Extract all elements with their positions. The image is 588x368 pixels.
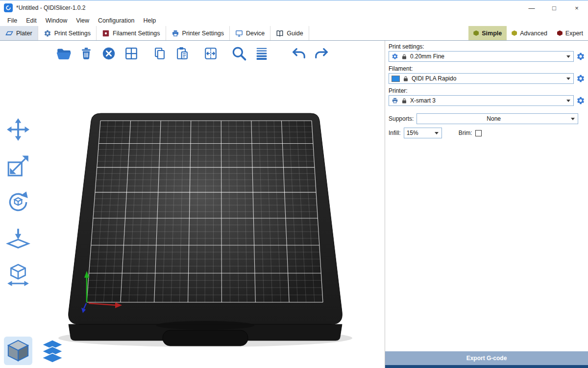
rotate-button[interactable]: [4, 188, 32, 216]
redo-icon: [314, 46, 329, 61]
tab-bar: Plater Print Settings Filament Settings …: [0, 26, 588, 41]
print-settings-value: 0.20mm Fine: [410, 53, 564, 60]
simple-mode-hexagon-icon: [473, 30, 479, 36]
filament-color-swatch: [392, 76, 400, 82]
menu-view[interactable]: View: [72, 16, 94, 26]
menu-configuration[interactable]: Configuration: [94, 16, 139, 26]
layer-height-icon: [254, 46, 269, 61]
export-progress-strip: [385, 365, 588, 368]
tab-print-settings[interactable]: Print Settings: [38, 26, 97, 40]
title-bar: *Untitled - QIDISlicer-1.0.2 — □ ×: [0, 0, 588, 15]
tab-label: Device: [246, 30, 265, 37]
split-icon: [203, 46, 218, 61]
tab-label: Guide: [287, 30, 303, 37]
split-button[interactable]: [201, 44, 220, 63]
filament-combo[interactable]: QIDI PLA Rapido: [389, 73, 574, 84]
gear-icon: [576, 96, 585, 105]
viewport-toolbar: [54, 43, 334, 64]
menu-help[interactable]: Help: [139, 16, 160, 26]
chevron-down-icon: [566, 55, 570, 58]
lock-icon: [401, 53, 407, 60]
mode-simple[interactable]: Simple: [468, 26, 507, 40]
copy-icon: [152, 46, 167, 61]
filament-label: Filament:: [389, 65, 585, 72]
export-area: Export G-code: [385, 351, 588, 368]
delete-all-button[interactable]: [99, 44, 119, 63]
place-on-face-icon: [6, 226, 30, 251]
infill-value: 15%: [407, 130, 432, 136]
sidebar: Print settings: 0.20mm Fine Filament: QI…: [385, 41, 588, 368]
tab-filament-settings[interactable]: Filament Settings: [97, 26, 166, 40]
place-on-face-button[interactable]: [4, 224, 32, 253]
brim-checkbox[interactable]: [475, 130, 482, 136]
brim-label: Brim:: [459, 130, 472, 136]
bed-handle: [163, 330, 248, 346]
measure-button[interactable]: [4, 261, 32, 289]
gear-icon: [44, 29, 51, 37]
device-monitor-icon: [235, 29, 243, 37]
gear-icon: [576, 74, 585, 83]
move-icon: [6, 117, 30, 142]
tab-printer-settings[interactable]: Printer Settings: [166, 26, 230, 40]
search-icon: [231, 45, 247, 62]
menu-window[interactable]: Window: [41, 16, 72, 26]
expert-mode-hexagon-icon: [557, 30, 563, 36]
scale-button[interactable]: [4, 152, 32, 180]
close-button[interactable]: ×: [565, 0, 588, 15]
infill-combo[interactable]: 15%: [404, 128, 442, 138]
redo-button[interactable]: [312, 44, 331, 63]
supports-combo[interactable]: None: [416, 113, 578, 124]
tab-device[interactable]: Device: [230, 26, 270, 40]
plater-icon: [5, 29, 13, 37]
tab-plater[interactable]: Plater: [0, 26, 38, 40]
minimize-button[interactable]: —: [520, 0, 543, 15]
chevron-down-icon: [571, 118, 575, 120]
open-folder-icon: [55, 45, 72, 62]
move-button[interactable]: [4, 115, 32, 144]
infill-label: Infill:: [389, 130, 401, 136]
viewport-3d[interactable]: [0, 41, 385, 368]
delete-button[interactable]: [76, 44, 96, 63]
printer-combo[interactable]: X-smart 3: [389, 95, 574, 106]
filament-value: QIDI PLA Rapido: [412, 75, 564, 82]
menu-file[interactable]: File: [3, 16, 22, 26]
mode-expert[interactable]: Expert: [552, 26, 588, 40]
filament-edit-button[interactable]: [576, 74, 585, 83]
tab-label: Filament Settings: [113, 30, 160, 37]
mode-advanced[interactable]: Advanced: [507, 26, 552, 40]
maximize-button[interactable]: □: [543, 0, 565, 15]
chevron-down-icon: [566, 78, 570, 80]
menu-edit[interactable]: Edit: [22, 16, 41, 26]
print-settings-combo[interactable]: 0.20mm Fine: [389, 51, 574, 62]
mode-label: Advanced: [520, 30, 547, 37]
gear-icon: [576, 52, 585, 61]
copy-button[interactable]: [150, 44, 170, 63]
cube-3d-icon: [6, 339, 30, 363]
window-title: *Untitled - QIDISlicer-1.0.2: [16, 4, 85, 11]
trash-icon: [79, 46, 94, 61]
print-bed: [0, 41, 385, 368]
variable-layer-height-button[interactable]: [252, 44, 271, 63]
lock-icon: [401, 98, 407, 104]
printer-edit-button[interactable]: [576, 96, 585, 105]
paste-button[interactable]: [172, 44, 192, 63]
preview-view-button[interactable]: [38, 337, 67, 365]
rotate-icon: [6, 190, 30, 214]
measure-icon: [6, 263, 30, 287]
tab-label: Printer Settings: [182, 30, 224, 37]
menu-bar: File Edit Window View Configuration Help: [0, 15, 588, 26]
supports-label: Supports:: [389, 115, 414, 122]
export-gcode-button[interactable]: Export G-code: [385, 351, 588, 365]
lock-icon: [403, 76, 409, 82]
editor-view-button[interactable]: [4, 337, 32, 365]
guide-book-icon: [276, 29, 284, 37]
layers-preview-icon: [40, 339, 65, 363]
undo-button[interactable]: [289, 44, 309, 63]
search-button[interactable]: [229, 44, 249, 63]
tab-guide[interactable]: Guide: [270, 26, 309, 40]
open-file-button[interactable]: [54, 44, 74, 63]
mode-label: Simple: [482, 30, 502, 37]
arrange-button[interactable]: [122, 44, 141, 63]
print-settings-edit-button[interactable]: [576, 52, 585, 61]
advanced-mode-hexagon-icon: [512, 30, 517, 36]
